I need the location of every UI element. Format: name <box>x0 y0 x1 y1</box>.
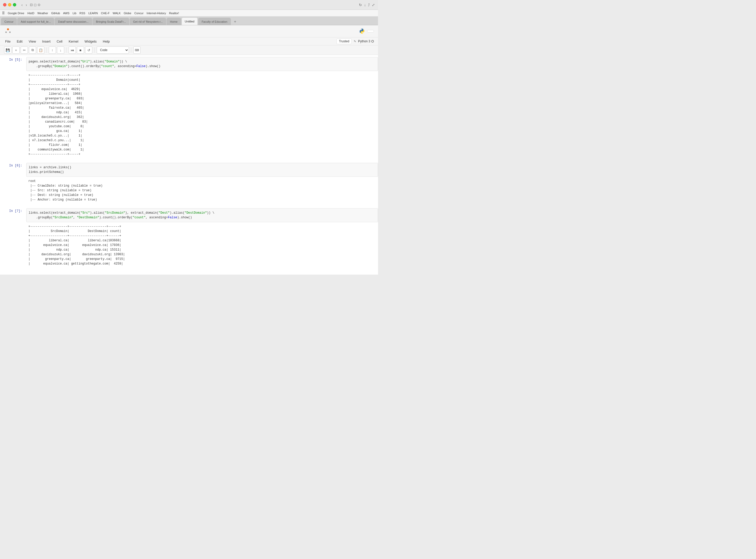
keyboard-shortcuts-button[interactable]: ⌨ <box>133 46 141 54</box>
traffic-lights <box>3 3 16 6</box>
fullscreen-icon[interactable]: ⤢ <box>372 3 375 7</box>
tab-icon: ◻ <box>34 3 37 7</box>
code-input-2[interactable]: links.select(extract_domain("Src").alias… <box>26 208 378 222</box>
nav-buttons: ‹ › <box>20 2 28 7</box>
cell-2[interactable]: In [7]:links.select(extract_domain("Src"… <box>0 206 378 270</box>
cell-prompt-1: In [6]: <box>1 162 26 205</box>
cell-prompt-2: In [7]: <box>1 207 26 269</box>
bookmark-item-concur[interactable]: Concur <box>134 12 143 15</box>
copy-button[interactable]: ⧉ <box>29 46 36 54</box>
tab-bringing-scala-datafr---[interactable]: Bringing Scala DataFr... <box>93 18 129 25</box>
tab-get-rid-of--filesystem-r---[interactable]: Get rid of 'filesystem-r... <box>130 18 166 25</box>
python-logo <box>359 28 365 34</box>
minimize-button[interactable] <box>8 3 11 6</box>
menu-bar: FileEditViewInsertCellKernelWidgetsHelpT… <box>0 38 378 45</box>
separator-1 <box>46 47 47 53</box>
menu-item-cell[interactable]: Cell <box>56 39 64 44</box>
move-down-button[interactable]: ↓ <box>57 46 64 54</box>
jupyter-logo-icon <box>4 27 12 35</box>
bookmark-item-google-drive[interactable]: Google Drive <box>8 12 24 15</box>
forward-button[interactable]: › <box>25 2 28 7</box>
tab-dataframe-discussion---[interactable]: DataFrame discussion... <box>55 18 92 25</box>
cell-output-1: root |-- CrawlDate: string (nullable = t… <box>26 177 378 204</box>
add-cell-button[interactable]: + <box>13 46 20 54</box>
kernel-label: Python 3 <box>358 40 370 43</box>
cell-type-select[interactable]: Code Markdown Raw NBConvert <box>97 46 129 54</box>
bookmark-item-globe[interactable]: Globe <box>124 12 131 15</box>
stop-button[interactable]: ■ <box>77 46 84 54</box>
menu-item-edit[interactable]: Edit <box>16 39 23 44</box>
move-up-button[interactable]: ↑ <box>49 46 56 54</box>
save-button[interactable]: 💾 <box>4 46 11 54</box>
apps-icon[interactable]: ⠿ <box>2 11 5 15</box>
download-icon[interactable]: ↓ <box>364 3 366 7</box>
menu-right: Trusted✎Python 3 <box>336 39 374 44</box>
cut-button[interactable]: ✂ <box>21 46 28 54</box>
bookmark-item-lib[interactable]: Lib <box>72 12 76 15</box>
tabs-bar: ConcurAdd support for full_te...DataFram… <box>0 17 378 25</box>
cell-body-1: links = archive.links()links.printSchema… <box>26 162 378 205</box>
cell-0[interactable]: In [5]:pages.select(extract_domain("Url"… <box>0 55 378 161</box>
code-input-0[interactable]: pages.select(extract_domain("Url").alias… <box>26 57 378 71</box>
bookmark-item-weather[interactable]: Weather <box>38 12 48 15</box>
menu-item-widgets[interactable]: Widgets <box>84 39 98 44</box>
svg-point-1 <box>9 31 11 33</box>
cell-prompt-0: In [5]: <box>1 56 26 160</box>
refresh-icon[interactable]: ↻ <box>359 3 362 7</box>
cell-body-0: pages.select(extract_domain("Url").alias… <box>26 56 378 160</box>
camera-icon: ⊙ <box>38 3 41 7</box>
tab-add-support-for-full-te---[interactable]: Add support for full_te... <box>17 18 54 25</box>
trusted-button[interactable]: Trusted <box>336 39 351 44</box>
run-to-start-button[interactable]: ⏮ <box>69 46 76 54</box>
share-icon[interactable]: ⤴ <box>368 3 370 7</box>
notebook-content: In [5]:pages.select(extract_domain("Url"… <box>0 55 378 275</box>
kernel-status: Python 3 <box>358 40 374 43</box>
jupyter-logo <box>4 27 14 35</box>
bookmark-item-internet-history[interactable]: Internet-History <box>147 12 166 15</box>
toolbar: 💾 + ✂ ⧉ 📋 ↑ ↓ ⏮ ■ ↺ Code Markdown Raw NB… <box>0 45 378 55</box>
svg-point-2 <box>5 31 7 33</box>
close-button[interactable] <box>3 3 6 6</box>
menu-item-insert[interactable]: Insert <box>41 39 52 44</box>
tab-untitled[interactable]: Untitled <box>182 17 198 25</box>
tab-concur[interactable]: Concur <box>1 18 17 25</box>
separator-4 <box>131 47 131 53</box>
bookmark-item-aws[interactable]: AWS <box>63 12 70 15</box>
bookmark-item-github[interactable]: GitHub <box>51 12 60 15</box>
menu-item-kernel[interactable]: Kernel <box>68 39 79 44</box>
bookmark-item-realtor-[interactable]: Realtor! <box>169 12 179 15</box>
cell-body-2: links.select(extract_domain("Src").alias… <box>26 207 378 269</box>
tab-home[interactable]: Home <box>167 18 181 25</box>
bookmark-item-learn[interactable]: LEARN <box>89 12 98 15</box>
paste-button[interactable]: 📋 <box>37 46 44 54</box>
bookmark-item-che-f[interactable]: CHE-F <box>101 12 110 15</box>
back-button[interactable]: ‹ <box>20 2 24 7</box>
cell-output-2: +--------------------+------------------… <box>26 222 378 268</box>
new-tab-button[interactable]: + <box>232 18 238 25</box>
kernel-circle-icon <box>371 40 374 43</box>
separator-3 <box>94 47 95 53</box>
svg-point-0 <box>7 28 9 30</box>
code-input-1[interactable]: links = archive.links()links.printSchema… <box>26 163 378 177</box>
bookmarks-bar: ⠿ Google DriveHistDWeatherGitHubAWSLibRS… <box>0 10 378 17</box>
maximize-button[interactable] <box>13 3 16 6</box>
restart-button[interactable]: ↺ <box>85 46 92 54</box>
menu-item-help[interactable]: Help <box>102 39 111 44</box>
cell-output-0: +--------------------+-----+ | Domain|co… <box>26 71 378 159</box>
reader-icon: ⊡ <box>30 3 33 7</box>
cell-1[interactable]: In [6]:links = archive.links()links.prin… <box>0 161 378 206</box>
edit-pencil-icon[interactable]: ✎ <box>354 40 356 43</box>
menu-item-file[interactable]: File <box>4 39 11 44</box>
tab-faculty-of-education[interactable]: Faculty of Education <box>198 18 231 25</box>
titlebar-right: ↻ ↓ ⤴ ⤢ <box>359 3 375 7</box>
bookmark-item-walk[interactable]: WALK <box>113 12 121 15</box>
menu-item-view[interactable]: View <box>28 39 37 44</box>
bookmark-item-histd[interactable]: HistD <box>27 12 34 15</box>
titlebar: ‹ › ⊡ ◻ ⊙ ↻ ↓ ⤴ ⤢ <box>0 0 378 10</box>
bookmark-item-rss[interactable]: RSS <box>79 12 85 15</box>
jupyter-header <box>0 25 378 38</box>
jupyter-header-right <box>359 28 374 34</box>
separator-2 <box>66 47 67 53</box>
logout-button[interactable] <box>367 30 374 32</box>
